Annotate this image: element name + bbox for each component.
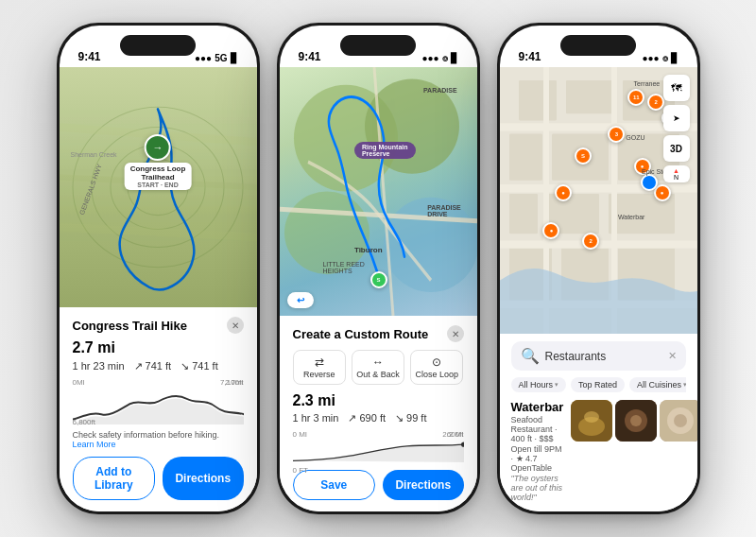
restaurant-photo-3[interactable] — [660, 400, 696, 442]
location-button[interactable]: ➤ — [663, 105, 690, 131]
paradise-drive-label: PARADISEDRIVE — [427, 204, 461, 217]
elevation-chart-2: 0 MI 2.2 MI 600ft 0 FT — [293, 430, 464, 466]
little-reed-label: LITTLE REEDHEIGHTS — [322, 261, 364, 274]
close-button-1[interactable]: ✕ — [227, 317, 244, 334]
compass-button[interactable]: ▲ N — [663, 165, 690, 182]
battery-icon-2: ▊ — [451, 53, 458, 63]
stats-row-2: 1 hr 3 min ↗ 690 ft ↘ 99 ft — [293, 412, 464, 424]
restaurant-item-waterbar: Waterbar Seafood Restaurant · 400 ft · $… — [511, 400, 686, 502]
battery-icon-1: ▊ — [231, 53, 238, 63]
wifi-icon-2: ⌾ — [442, 53, 448, 63]
restaurant-quote: "The oysters are out of this world!" — [511, 474, 564, 502]
waterbar-label-map: Waterbar — [618, 214, 645, 220]
filter-hours[interactable]: All Hours ▾ — [511, 377, 567, 392]
out-back-icon: ↔ — [372, 355, 384, 369]
route-panel-2: Create a Custom Route ✕ ⇄ Reverse ↔ Out … — [280, 316, 477, 511]
status-time-2: 9:41 — [299, 50, 321, 63]
chart-labels-2: 0 MI 2.2 MI 600ft — [293, 430, 464, 439]
dynamic-island-1 — [120, 35, 196, 56]
add-to-library-button[interactable]: Add to Library — [73, 457, 156, 500]
gozu-label: GOZU — [626, 134, 644, 141]
hours-chevron-icon: ▾ — [555, 381, 558, 389]
trail-label-1: Congress Loop Trailhead START · END — [125, 163, 192, 190]
phone-3: 9:41 ●●● ⌾ ▊ — [497, 23, 700, 514]
cuisine-chevron-icon: ▾ — [683, 381, 685, 389]
route-header-2: Create a Custom Route ✕ — [293, 325, 464, 342]
close-button-2[interactable]: ✕ — [447, 325, 464, 342]
svg-point-41 — [674, 414, 687, 427]
pin-green-1[interactable] — [145, 134, 171, 161]
status-time-3: 9:41 — [519, 50, 541, 63]
signal-icon-3: ●●● — [642, 53, 659, 63]
restaurant-pin-waterbar[interactable]: 2 — [582, 233, 599, 250]
learn-more-link[interactable]: Learn More — [73, 440, 116, 449]
wifi-icon-3: ⌾ — [662, 53, 668, 63]
map-view-button[interactable]: 🗺 — [663, 75, 690, 101]
route-title-2: Create a Custom Route — [293, 327, 429, 341]
signal-icon-1: ●●● — [195, 53, 212, 63]
filter-cuisine[interactable]: All Cuisines ▾ — [629, 377, 685, 392]
elevation-svg-1 — [73, 389, 244, 424]
restaurant-info: Waterbar Seafood Restaurant · 400 ft · $… — [511, 400, 564, 502]
search-clear-button[interactable]: ✕ — [668, 350, 677, 362]
restaurant-description: Seafood Restaurant · 400 ft · $$$ — [511, 415, 564, 443]
restaurant-pin-pitagyros[interactable]: ● — [542, 222, 559, 239]
filter-rating[interactable]: Top Rated — [571, 377, 625, 392]
chart-labels-1: 0MI 2.7mi 7,100ft — [73, 378, 244, 387]
food-photo-svg-1 — [571, 400, 612, 442]
scene: 9:41 ●●● 5G ▊ — [0, 0, 756, 537]
restaurant-pin-stk[interactable]: 11 — [627, 89, 644, 106]
svg-rect-16 — [566, 80, 613, 113]
restaurant-photo-2[interactable] — [615, 400, 657, 442]
trail-pin-1: Congress Loop Trailhead START · END — [125, 134, 192, 190]
dynamic-island-3 — [560, 35, 636, 56]
start-pin-2[interactable]: S — [370, 271, 387, 288]
terranee-label: Terranee — [634, 80, 661, 87]
elevation-svg-2 — [293, 440, 464, 462]
phone-2: 9:41 ●●● ⌾ ▊ — [277, 23, 480, 514]
map-area-1[interactable]: Congress Loop Trailhead START · END GENE… — [60, 67, 257, 307]
search-text: Restaurants — [545, 350, 662, 363]
status-icons-2: ●●● ⌾ ▊ — [421, 53, 457, 63]
stats-row-1: 1 hr 23 min ↗ 741 ft ↘ 741 ft — [73, 360, 244, 372]
directions-button-1[interactable]: Directions — [163, 457, 244, 500]
svg-point-35 — [584, 411, 599, 423]
restaurant-pin-nickgreek[interactable]: S — [575, 147, 592, 165]
close-loop-icon: ⊙ — [432, 355, 441, 369]
restaurant-photo-1[interactable] — [571, 400, 612, 442]
stats-distance-2: 2.3 mi — [293, 392, 464, 409]
dynamic-island-2 — [340, 35, 416, 56]
reverse-icon: ⇄ — [315, 355, 324, 369]
panel-header-1: Congress Trail Hike ✕ — [73, 317, 244, 334]
undo-button[interactable]: ↩ — [287, 292, 314, 308]
safety-text-1: Check safety information before hiking. … — [73, 430, 244, 449]
close-loop-button[interactable]: ⊙ Close Loop — [410, 350, 463, 385]
panel-title-1: Congress Trail Hike — [73, 319, 187, 333]
map-area-2[interactable]: S Ring MountainPreserve ↩ PARADISE PARAD… — [280, 67, 477, 316]
status-icons-1: ●●● 5G ▊ — [195, 53, 237, 63]
search-icon: 🔍 — [521, 347, 540, 365]
reverse-button[interactable]: ⇄ Reverse — [293, 350, 346, 385]
ring-mountain-label: Ring MountainPreserve — [354, 142, 416, 159]
route-options-row: ⇄ Reverse ↔ Out & Back ⊙ Close Loop — [293, 350, 464, 385]
paradise-label: PARADISE — [423, 87, 457, 94]
search-bar[interactable]: 🔍 Restaurants ✕ — [511, 341, 686, 371]
3d-button[interactable]: 3D — [663, 135, 690, 162]
food-photo-svg-2 — [615, 400, 657, 442]
tiburon-label: Tiburon — [354, 246, 383, 254]
svg-rect-21 — [509, 194, 538, 234]
filter-row: All Hours ▾ Top Rated All Cuisines ▾ — [511, 377, 686, 392]
svg-rect-18 — [509, 134, 542, 181]
map-controls-3: 🗺 ➤ 3D ▲ N — [663, 75, 690, 182]
elevation-chart-1: 0MI 2.7mi 7,100ft — [73, 378, 244, 414]
info-panel-1: Congress Trail Hike ✕ 2.7 mi 1 hr 23 min… — [60, 307, 257, 511]
restaurant-panel: 🔍 Restaurants ✕ All Hours ▾ Top Rated Al… — [500, 334, 697, 511]
status-time-1: 9:41 — [78, 50, 101, 63]
svg-point-38 — [630, 415, 642, 426]
network-icon-1: 5G — [215, 53, 227, 63]
btn-row-1: Add to Library Directions — [73, 457, 244, 500]
restaurant-pin-banhmi[interactable]: ● — [555, 184, 572, 201]
out-back-button[interactable]: ↔ Out & Back — [352, 350, 404, 385]
signal-icon-2: ●●● — [421, 53, 438, 63]
map-area-3[interactable]: 11 2 2 3 S ● ● ● ● 2 Terranee GOZU Epic … — [500, 67, 697, 334]
